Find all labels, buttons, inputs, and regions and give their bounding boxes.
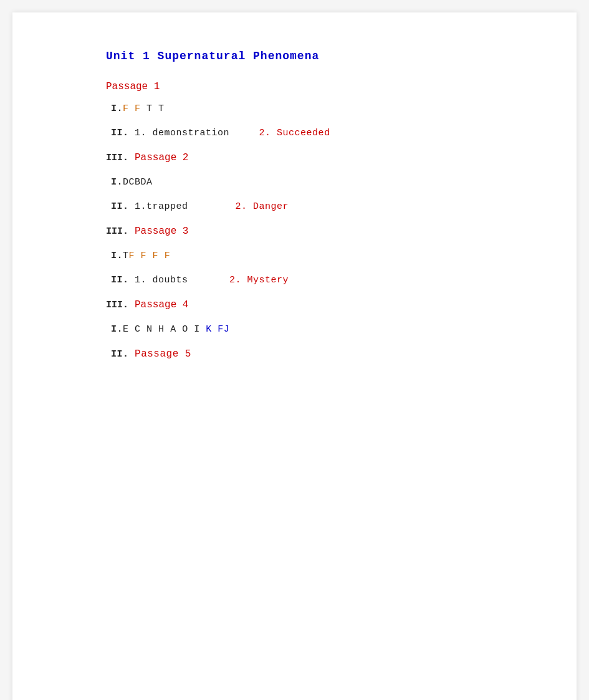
p4-sp6 [188,324,194,335]
passage3-section2: II. 1. doubts 2. Mystery [111,275,483,285]
p1-s2-text1: 1. demonstration [135,128,229,138]
passage1-section3: III. Passage 2 [106,152,483,163]
passage-1-title: Passage 1 [106,81,483,92]
p1-s2-text2: 2. Succeeded [259,128,330,138]
passage-4-title: Passage 4 [135,299,188,310]
p2-s2-spacer [194,201,229,212]
p2-s2-text2: 2. Danger [236,201,289,212]
p3-s2-text1: 1. doubts [135,275,188,285]
roman-numeral-I-p3: I. [111,251,123,261]
passage1-section2: II. 1. demonstration 2. Succeeded [111,128,483,138]
passage2-section3: III. Passage 3 [106,226,483,237]
p1-s1-F2: F [135,103,141,114]
passage-2-title: Passage 2 [135,152,188,163]
p4-sp1 [129,324,135,335]
roman-numeral-III-p2: III. [106,226,128,237]
p3-s1-F2: F [141,251,147,261]
p4-FJ: FJ [218,324,229,335]
roman-numeral-III-p3: III. [106,300,128,310]
passage1-section1: I.F F T T [111,103,483,114]
passage2-section1: I.DCBDA [111,177,483,188]
passage2-section2: II. 1.trapped 2. Danger [111,201,483,212]
p1-s1-space1 [129,103,135,114]
p3-s1-T: T [123,251,129,261]
p1-s1-space3 [153,103,159,114]
p3-s1-sp1 [135,251,141,261]
p1-s1-space2 [141,103,147,114]
p1-s2-spacer [236,128,254,138]
p4-E: E [123,324,129,335]
roman-numeral-II-p4: II. [111,349,129,360]
p3-s1-F3: F [153,251,159,261]
roman-numeral-I-p2: I. [111,177,123,188]
p4-A: A [170,324,176,335]
p3-s2-spacer [194,275,224,285]
p4-H: H [158,324,165,335]
p2-s2-text1: 1.trapped [135,201,188,212]
roman-numeral-I-p1: I. [111,103,123,114]
roman-numeral-II-p3: II. [111,275,129,285]
p4-I: I [194,324,200,335]
p2-s1-answers: DCBDA [123,177,153,188]
passage-5-title: Passage 5 [135,348,191,360]
p4-sp8 [212,324,218,335]
p1-s1-F1: F [123,103,129,114]
p4-sp4 [165,324,171,335]
roman-numeral-II-p2: II. [111,201,129,212]
p4-sp2 [141,324,147,335]
p3-s1-sp2 [146,251,153,261]
page-content: Unit 1 Supernatural Phenomena Passage 1 … [12,12,577,700]
p4-O: O [182,324,188,335]
roman-numeral-II-p1: II. [111,128,129,138]
p3-s1-F1: F [129,251,135,261]
p4-sp3 [153,324,159,335]
p4-C: C [135,324,141,335]
unit-title: Unit 1 Supernatural Phenomena [106,50,483,62]
p1-s1-T2: T [158,103,165,114]
p4-N: N [146,324,153,335]
p3-s1-F4: F [165,251,171,261]
roman-numeral-I-p4: I. [111,324,123,335]
p4-K: K [206,324,212,335]
passage3-section1: I.TF F F F [111,251,483,261]
roman-numeral-III-p1: III. [106,153,128,163]
passage4-section2: II. Passage 5 [111,348,483,360]
p3-s2-text2: 2. Mystery [229,275,289,285]
passage-3-title: Passage 3 [135,226,188,237]
p4-sp7 [200,324,206,335]
p3-s1-sp3 [158,251,165,261]
passage3-section3: III. Passage 4 [106,299,483,310]
p4-sp5 [176,324,183,335]
p1-s1-T1: T [146,103,153,114]
passage4-section1: I.E C N H A O I K FJ [111,324,483,335]
